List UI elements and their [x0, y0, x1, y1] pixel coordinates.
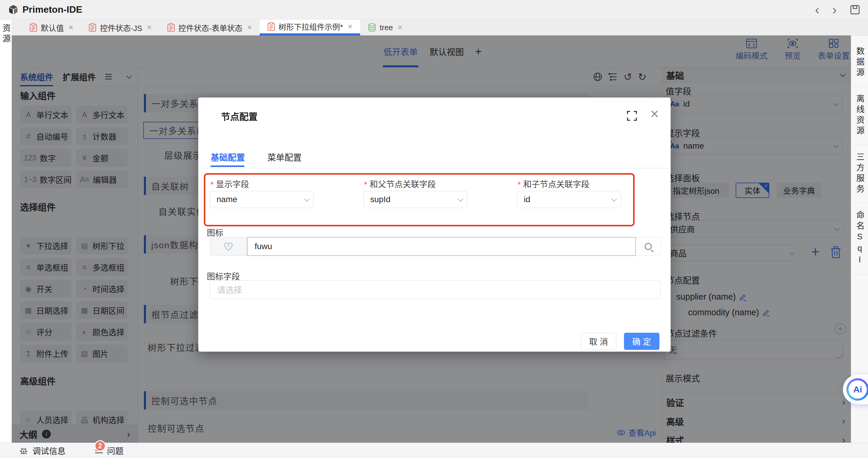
- form-doc-icon: [30, 23, 37, 32]
- left-rail-item-resources[interactable]: 资源: [0, 24, 12, 442]
- ai-ring: Ai: [846, 378, 868, 401]
- file-tab-1[interactable]: 控件状态-JS×: [81, 20, 159, 35]
- chevron-down-icon: [458, 196, 463, 202]
- child-field-select[interactable]: id: [517, 191, 621, 208]
- close-icon[interactable]: ×: [650, 105, 659, 122]
- node-config-modal: 节点配置 × 基础配置 菜单配置 *显示字段 *和父节点关联字段 *和子节点关联…: [198, 97, 671, 352]
- app-title: Primeton-IDE: [23, 4, 83, 15]
- save-icon[interactable]: [850, 4, 860, 15]
- icon-preview-button[interactable]: [210, 237, 247, 256]
- right-rail-item-label: 数据源: [854, 47, 866, 79]
- file-tab-label: 树形下拉组件示例*: [279, 21, 343, 32]
- form-doc-icon: [89, 23, 96, 32]
- chevron-down-icon: [304, 196, 309, 202]
- chevron-down-icon: [611, 196, 617, 202]
- icon-label: 图标: [207, 226, 223, 238]
- debug-info-button[interactable]: 调试信息: [19, 445, 66, 457]
- primeton-ide-app: Primeton-IDE ‹ › 默认值×控件状态-JS×控件状态-表单状态×树…: [0, 0, 868, 458]
- database-icon: [368, 23, 376, 32]
- file-tab-2[interactable]: 控件状态-表单状态×: [159, 20, 260, 35]
- right-rail-item-1[interactable]: 离线资源: [851, 87, 868, 145]
- icon-search-button[interactable]: [636, 237, 660, 256]
- nav-forward-icon[interactable]: ›: [832, 3, 837, 16]
- parent-field-label: *和父节点关联字段: [364, 178, 436, 190]
- fullscreen-icon[interactable]: [627, 111, 637, 121]
- right-rail-item-3[interactable]: 命名Sql: [851, 203, 868, 275]
- file-tab-4[interactable]: tree×: [360, 20, 410, 35]
- confirm-button[interactable]: 确 定: [624, 333, 659, 350]
- display-field-label: *显示字段: [210, 178, 249, 190]
- file-tab-label: 默认值: [41, 22, 64, 33]
- right-rail-item-label: 离线资源: [854, 94, 866, 137]
- active-tab-underline: [211, 165, 244, 167]
- close-tab-icon[interactable]: ×: [147, 23, 152, 32]
- file-tab-0[interactable]: 默认值×: [22, 20, 81, 35]
- ai-icon: Ai: [848, 380, 867, 399]
- problems-count-badge: 2: [95, 440, 106, 452]
- file-tab-label: 控件状态-JS: [100, 22, 142, 33]
- modal-tab-basic[interactable]: 基础配置: [211, 151, 245, 163]
- nav-back-icon[interactable]: ‹: [815, 3, 819, 16]
- child-field-label: *和子节点关联字段: [518, 178, 589, 190]
- right-rail-item-label: 命名Sql: [854, 211, 866, 267]
- heart-icon: [223, 241, 234, 251]
- form-doc-icon: [267, 22, 275, 31]
- top-header: Primeton-IDE ‹ ›: [0, 0, 868, 20]
- right-rail-item-2[interactable]: 三方服务: [851, 145, 868, 203]
- modal-title: 节点配置: [221, 109, 258, 123]
- right-rail-item-label: 三方服务: [854, 152, 866, 195]
- file-tab-bar: 默认值×控件状态-JS×控件状态-表单状态×树形下拉组件示例*×tree×: [12, 20, 868, 35]
- display-field-select[interactable]: name: [210, 191, 314, 208]
- form-doc-icon: [167, 23, 175, 32]
- bug-icon: [19, 446, 28, 455]
- status-bar: 调试信息 问题: [0, 442, 868, 458]
- close-tab-icon[interactable]: ×: [398, 23, 402, 32]
- file-tab-label: tree: [380, 23, 393, 32]
- modal-tab-menu[interactable]: 菜单配置: [267, 151, 302, 163]
- close-tab-icon[interactable]: ×: [68, 23, 73, 32]
- parent-field-select[interactable]: supId: [363, 191, 467, 208]
- close-tab-icon[interactable]: ×: [247, 23, 252, 32]
- close-tab-icon[interactable]: ×: [348, 22, 352, 31]
- search-icon: [645, 243, 652, 250]
- icon-name-input[interactable]: fuwu: [247, 237, 636, 256]
- icon-input-group: fuwu: [210, 237, 660, 256]
- right-rail-item-0[interactable]: 数据源: [851, 39, 868, 87]
- file-tab-label: 控件状态-表单状态: [179, 22, 243, 33]
- app-logo-icon: [8, 4, 19, 16]
- tab-divider: [198, 168, 671, 169]
- icon-field-select[interactable]: 请选择: [210, 280, 660, 299]
- left-rail: 资源: [0, 20, 12, 442]
- file-tab-3[interactable]: 树形下拉组件示例*×: [260, 20, 360, 35]
- cancel-button[interactable]: 取 消: [581, 333, 616, 350]
